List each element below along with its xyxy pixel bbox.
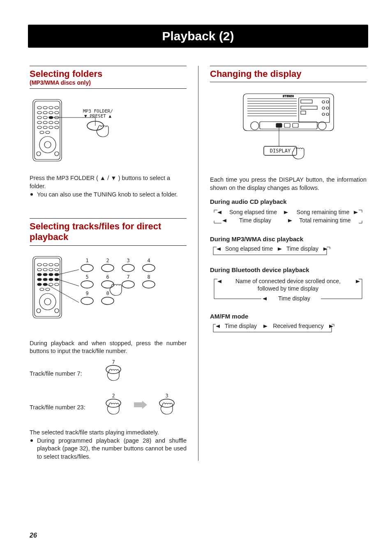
svg-text:Time display: Time display <box>225 323 257 329</box>
svg-text:2: 2 <box>106 258 109 263</box>
svg-rect-101 <box>301 106 317 109</box>
heading-subtext: (MP3/WMA discs only) <box>30 79 187 86</box>
svg-marker-133 <box>356 280 360 283</box>
svg-text:Time display: Time display <box>278 295 310 302</box>
cycle-mp3: Song elapsed time Time display <box>210 245 367 261</box>
svg-point-42 <box>55 268 59 271</box>
body-changing-display: Each time you press the DISPLAY button, … <box>210 176 367 192</box>
heading-changing-display: Changing the display <box>210 66 367 82</box>
svg-marker-140 <box>329 325 333 328</box>
svg-text:Total remaining time: Total remaining time <box>299 217 350 224</box>
heading-text: Selecting folders <box>30 69 187 79</box>
press-23-icon: 2 3 <box>101 393 191 420</box>
svg-point-19 <box>43 126 47 129</box>
svg-point-110 <box>251 122 259 130</box>
svg-point-23 <box>46 131 50 134</box>
press-7-icon: 7 <box>101 360 134 384</box>
svg-point-39 <box>37 268 42 271</box>
svg-point-9 <box>55 111 59 114</box>
svg-rect-34 <box>35 258 60 316</box>
svg-rect-100 <box>301 100 312 103</box>
column-divider <box>198 66 198 461</box>
svg-marker-122 <box>222 219 226 222</box>
figure-remote-folder: MP3 FOLDER/ ▼ PRESET ▲ <box>30 96 187 166</box>
svg-point-11 <box>43 116 47 119</box>
svg-point-20 <box>49 126 53 129</box>
svg-text:6: 6 <box>106 274 109 280</box>
svg-point-111 <box>318 122 326 130</box>
svg-point-49 <box>49 278 53 281</box>
cycle-audio-cd: Song elapsed time Song remaining time Ti… <box>210 208 367 230</box>
svg-point-71 <box>143 264 155 272</box>
svg-point-107 <box>322 113 325 115</box>
svg-text:STEREO: STEREO <box>283 95 294 97</box>
svg-text:8: 8 <box>147 274 150 280</box>
svg-point-3 <box>43 106 47 109</box>
svg-point-77 <box>122 281 134 288</box>
digit-7-label: 7 <box>112 360 115 365</box>
heading-selecting-folders: Selecting folders (MP3/WMA discs only) <box>30 66 187 89</box>
svg-point-43 <box>37 273 42 276</box>
svg-marker-87 <box>134 401 147 409</box>
heading-text: Changing the display <box>210 69 367 79</box>
svg-text:Name of connected device scrol: Name of connected device scrolled once, <box>235 278 341 284</box>
svg-point-65 <box>81 264 93 272</box>
svg-text:4: 4 <box>147 258 150 263</box>
svg-marker-128 <box>278 247 282 251</box>
svg-text:followed by time display: followed by time display <box>258 285 318 292</box>
svg-point-41 <box>49 268 53 271</box>
svg-point-48 <box>43 278 47 281</box>
svg-marker-139 <box>263 325 267 328</box>
heading-direct-playback: Selecting tracks/files for direct playba… <box>30 218 187 246</box>
svg-text:Time display: Time display <box>239 217 271 224</box>
svg-point-24 <box>39 136 56 153</box>
svg-point-56 <box>46 288 50 291</box>
svg-point-27 <box>55 152 59 156</box>
cycle-bt: Name of connected device scrolled once, … <box>210 276 367 307</box>
svg-marker-118 <box>217 211 221 214</box>
svg-marker-127 <box>217 247 221 251</box>
left-column: Selecting folders (MP3/WMA discs only) <box>30 66 198 461</box>
right-column: Changing the display STEREO <box>198 66 367 461</box>
body-after-direct: The selected track/file starts playing i… <box>30 429 187 437</box>
svg-point-79 <box>143 281 155 288</box>
svg-text:3: 3 <box>127 258 129 263</box>
example-23: Track/file number 23: 2 3 <box>30 393 187 421</box>
svg-point-75 <box>101 281 114 288</box>
svg-point-46 <box>55 273 59 276</box>
svg-point-47 <box>37 278 42 281</box>
svg-point-52 <box>43 283 47 286</box>
svg-text:2: 2 <box>112 393 115 399</box>
svg-rect-99 <box>299 98 330 122</box>
svg-rect-109 <box>260 122 317 129</box>
svg-point-104 <box>326 101 329 103</box>
svg-point-17 <box>55 121 59 124</box>
svg-marker-138 <box>216 325 220 328</box>
body-direct-playback: During playback and when stopped, press … <box>30 339 187 355</box>
svg-point-103 <box>322 101 325 103</box>
svg-point-58 <box>44 298 51 305</box>
svg-point-6 <box>37 111 42 114</box>
svg-rect-114 <box>293 123 298 127</box>
figure-remote-numpad: 1 2 3 4 5 6 7 8 9 0 <box>30 253 187 331</box>
subhead-amfm: AM/FM mode <box>210 313 367 320</box>
body-select-folders: Press the MP3 FOLDER ( ▲ / ▼ ) buttons t… <box>30 174 187 190</box>
svg-point-105 <box>322 107 325 109</box>
svg-point-54 <box>55 283 59 286</box>
example-7-label: Track/file number 7: <box>30 360 91 377</box>
svg-rect-112 <box>276 123 282 127</box>
page-title: Playback (2) <box>162 29 234 43</box>
svg-marker-120 <box>354 211 358 214</box>
svg-text:1: 1 <box>85 258 88 263</box>
svg-marker-134 <box>263 297 267 300</box>
svg-marker-132 <box>217 280 221 283</box>
svg-point-59 <box>37 309 41 313</box>
svg-point-14 <box>37 121 42 124</box>
svg-point-37 <box>49 263 53 266</box>
svg-point-44 <box>43 273 47 276</box>
svg-rect-102 <box>301 111 306 114</box>
svg-point-40 <box>43 268 47 271</box>
svg-point-36 <box>43 263 47 266</box>
svg-point-21 <box>55 126 59 129</box>
svg-text:3: 3 <box>165 393 168 399</box>
